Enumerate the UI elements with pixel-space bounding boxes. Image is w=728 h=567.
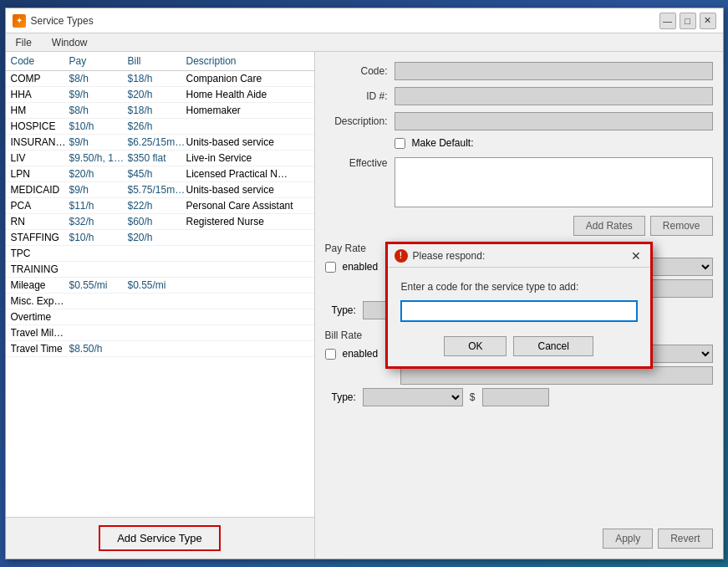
please-respond-dialog: ! Please respond: ✕ Enter a code for the… xyxy=(385,242,653,369)
cell-code: RN xyxy=(11,216,69,227)
cell-code: Mileage xyxy=(11,279,69,291)
menu-file[interactable]: File xyxy=(9,35,38,50)
cell-code: LPN xyxy=(11,168,69,180)
cell-bill xyxy=(128,343,186,355)
table-row[interactable]: TRAINING xyxy=(6,262,314,278)
cell-bill: $22/h xyxy=(128,200,186,212)
cell-pay xyxy=(69,311,128,323)
cell-code: MEDICAID xyxy=(11,184,69,196)
cell-bill: $60/h xyxy=(128,216,186,227)
cell-code: PCA xyxy=(11,200,69,212)
cell-pay: $9/h xyxy=(69,89,128,100)
table-header: Code Pay Bill Description xyxy=(6,52,314,71)
cell-description xyxy=(186,327,309,339)
table-row[interactable]: RN $32/h $60/h Registered Nurse xyxy=(6,214,314,230)
cell-code: Overtime xyxy=(11,311,69,323)
content-area: Code Pay Bill Description COMP $8/h $18/… xyxy=(6,52,723,559)
cell-code: TPC xyxy=(11,248,69,259)
dialog-close-button[interactable]: ✕ xyxy=(629,248,644,263)
close-button[interactable]: ✕ xyxy=(700,13,716,29)
cell-description: Live-in Service xyxy=(186,152,309,164)
dialog-body: Enter a code for the service type to add… xyxy=(388,268,650,328)
dialog-buttons: OK Cancel xyxy=(388,328,650,366)
menu-window[interactable]: Window xyxy=(45,35,94,50)
table-row[interactable]: HM $8/h $18/h Homemaker xyxy=(6,103,314,119)
dialog-overlay: ! Please respond: ✕ Enter a code for the… xyxy=(315,52,723,559)
table-row[interactable]: HOSPICE $10/h $26/h xyxy=(6,119,314,135)
cell-description: Personal Care Assistant xyxy=(186,200,309,212)
table-row[interactable]: COMP $8/h $18/h Companion Care xyxy=(6,71,314,87)
table-row[interactable]: HHA $9/h $20/h Home Health Aide xyxy=(6,87,314,103)
table-row[interactable]: LPN $20/h $45/h Licensed Practical N… xyxy=(6,166,314,182)
table-row[interactable]: Misc. Expen… xyxy=(6,294,314,309)
col-pay: Pay xyxy=(69,55,128,67)
title-controls: — □ ✕ xyxy=(659,13,716,29)
col-code: Code xyxy=(11,55,69,67)
dialog-title-text: Please respond: xyxy=(413,250,486,262)
cell-pay: $10/h xyxy=(69,120,128,132)
cell-pay: $9/h xyxy=(69,136,128,148)
cell-bill: $26/h xyxy=(128,120,186,132)
right-panel: Code: ID #: Description: Make Default: E… xyxy=(315,52,723,559)
cell-bill: $5.75/15m… xyxy=(128,184,186,196)
cell-pay: $20/h xyxy=(69,168,128,180)
cell-code: TRAINING xyxy=(11,263,69,275)
cell-pay: $11/h xyxy=(69,200,128,212)
table-row[interactable]: PCA $11/h $22/h Personal Care Assistant xyxy=(6,198,314,214)
dialog-title-left: ! Please respond: xyxy=(395,249,486,263)
cell-bill: $20/h xyxy=(128,232,186,243)
dialog-code-input[interactable] xyxy=(401,301,637,321)
dialog-cancel-button[interactable]: Cancel xyxy=(513,336,593,356)
minimize-button[interactable]: — xyxy=(659,13,676,29)
table-row[interactable]: Overtime xyxy=(6,309,314,325)
maximize-button[interactable]: □ xyxy=(680,13,696,29)
cell-description: Licensed Practical N… xyxy=(186,168,309,180)
cell-code: HM xyxy=(11,105,69,116)
cell-pay: $10/h xyxy=(69,232,128,243)
cell-code: STAFFING xyxy=(11,232,69,243)
bottom-bar: Add Service Type xyxy=(6,517,314,559)
cell-pay: $0.55/mi xyxy=(69,279,128,291)
main-window: ✦ Service Types — □ ✕ File Window Code P… xyxy=(5,8,724,559)
cell-description: Home Health Aide xyxy=(186,89,309,100)
add-service-type-button[interactable]: Add Service Type xyxy=(99,525,221,551)
cell-description xyxy=(186,343,309,355)
left-panel: Code Pay Bill Description COMP $8/h $18/… xyxy=(6,52,315,559)
cell-description: Units-based service xyxy=(186,184,309,196)
cell-pay xyxy=(69,295,128,307)
dialog-ok-button[interactable]: OK xyxy=(444,336,507,356)
table-row[interactable]: INSURANCE $9/h $6.25/15m… Units-based se… xyxy=(6,135,314,151)
cell-bill: $18/h xyxy=(128,73,186,84)
cell-bill: $20/h xyxy=(128,89,186,100)
window-title: Service Types xyxy=(31,15,94,27)
table-row[interactable]: LIV $9.50/h, 1… $350 flat Live-in Servic… xyxy=(6,151,314,166)
cell-code: Travel Mileage xyxy=(11,327,69,339)
cell-bill: $45/h xyxy=(128,168,186,180)
cell-description xyxy=(186,263,309,275)
table-row[interactable]: MEDICAID $9/h $5.75/15m… Units-based ser… xyxy=(6,182,314,198)
cell-description xyxy=(186,311,309,323)
cell-pay: $8/h xyxy=(69,73,128,84)
table-body: COMP $8/h $18/h Companion Care HHA $9/h … xyxy=(6,71,314,517)
cell-pay: $32/h xyxy=(69,216,128,227)
table-row[interactable]: Travel Mileage xyxy=(6,325,314,341)
dialog-prompt-text: Enter a code for the service type to add… xyxy=(401,281,637,293)
title-bar-left: ✦ Service Types xyxy=(13,14,94,28)
col-description: Description xyxy=(186,55,309,67)
table-row[interactable]: STAFFING $10/h $20/h xyxy=(6,230,314,246)
cell-code: Misc. Expen… xyxy=(11,295,69,307)
table-row[interactable]: Mileage $0.55/mi $0.55/mi xyxy=(6,278,314,294)
table-row[interactable]: Travel Time $8.50/h xyxy=(6,341,314,357)
cell-description: Units-based service xyxy=(186,136,309,148)
cell-bill: $6.25/15m… xyxy=(128,136,186,148)
cell-code: INSURANCE xyxy=(11,136,69,148)
cell-description xyxy=(186,295,309,307)
table-row[interactable]: TPC xyxy=(6,246,314,262)
cell-description: Registered Nurse xyxy=(186,216,309,227)
cell-pay xyxy=(69,248,128,259)
cell-code: Travel Time xyxy=(11,343,69,355)
cell-pay xyxy=(69,263,128,275)
dialog-warning-icon: ! xyxy=(395,249,408,263)
cell-bill: $350 flat xyxy=(128,152,186,164)
cell-pay xyxy=(69,327,128,339)
